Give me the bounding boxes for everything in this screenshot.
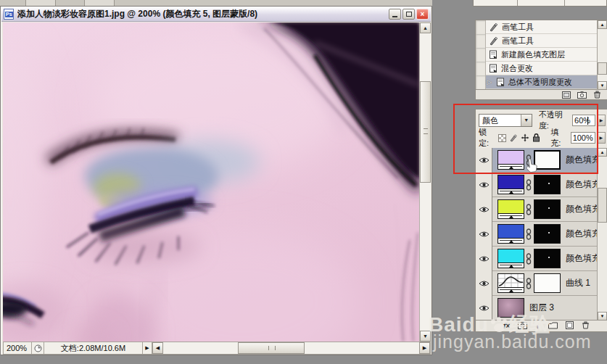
document-window: 添加人物淡彩妆容原图1.jpg @ 200% (颜色填充 5, 图层蒙版/8) … [0,6,432,355]
document-statusbar: 200% 文档:2.08M/10.6M ▶ ◀ ▶ [3,342,431,355]
photoshop-workspace: 添加人物淡彩妆容原图1.jpg @ 200% (颜色填充 5, 图层蒙版/8) … [0,0,607,364]
history-brush-well[interactable] [476,34,486,48]
layer-row[interactable]: 曲线 1 [476,271,607,296]
horizontal-scroll-thumb[interactable] [238,342,305,354]
history-brush-well[interactable] [476,75,486,89]
image-canvas[interactable] [3,22,419,342]
zoom-level-field[interactable]: 200% [3,342,32,355]
close-button[interactable]: × [416,9,429,20]
link-icon [524,278,533,289]
toolbar-edge-strip [0,0,432,6]
history-state-row[interactable]: 画笔工具 [476,34,597,48]
eye-icon [479,206,490,213]
toolbar-fragment [84,0,115,6]
new-snapshot-icon[interactable] [577,88,587,102]
visibility-toggle[interactable] [476,173,492,197]
layer-name[interactable]: 曲线 1 [566,277,590,289]
scroll-up-icon[interactable]: ▲ [420,22,431,33]
toolbar-fragment [25,0,56,6]
history-panel-footer [476,89,607,99]
visibility-toggle[interactable] [476,197,492,222]
history-scrollbar[interactable]: ▲ ▼ [597,20,607,90]
panel-tabs-edge-strip [473,0,607,7]
brush-icon [489,22,498,32]
trash-icon[interactable] [593,88,601,102]
history-brush-well[interactable] [476,20,486,34]
visibility-toggle[interactable] [476,222,492,247]
history-state-row-selected[interactable]: ▷ 总体不透明度更改 [476,75,597,89]
scroll-down-icon[interactable]: ▼ [598,81,607,90]
document-title: 添加人物淡彩妆容原图1.jpg @ 200% (颜色填充 5, 图层蒙版/8) [17,8,257,20]
brush-icon [489,36,498,46]
layer-row[interactable]: 颜色填充 3 [476,197,607,222]
history-state-icon [489,50,497,59]
eye-icon [479,280,490,287]
visibility-toggle[interactable] [476,247,492,271]
history-brush-well[interactable] [476,62,486,75]
fill-layer-swatch[interactable] [497,224,524,244]
layer-row[interactable]: 颜色填充 4 [476,173,607,197]
curves-icon [498,274,524,287]
layer-mask-thumbnail[interactable] [534,224,561,244]
eye-icon [479,181,490,189]
history-state-icon [496,78,505,87]
document-size-info: 文档:2.08M/10.6M [44,342,143,355]
layer-row[interactable]: 颜色填充 2 [476,222,607,247]
close-icon: × [421,10,425,18]
trash-icon[interactable] [582,321,590,331]
scroll-up-icon[interactable]: ▲ [598,148,607,157]
history-state-icon [489,64,497,73]
history-state-row[interactable]: 画笔工具 [476,20,597,34]
fill-slider-icon [498,262,524,268]
vertical-scrollbar[interactable]: ▲ ▼ [419,22,431,342]
watermark-domain: jingyan.baidu.com [433,331,592,352]
hand-cursor-icon [524,157,539,176]
curves-adjustment-thumbnail[interactable] [497,273,524,293]
fill-slider-icon [498,213,524,218]
history-brush-well[interactable] [476,48,486,62]
minimize-button[interactable] [389,9,401,20]
minimize-icon [392,16,397,17]
eye-icon [479,255,490,262]
history-state-row[interactable]: 混合更改 [476,62,597,75]
layers-scroll-thumb[interactable] [598,188,607,223]
document-titlebar[interactable]: 添加人物淡彩妆容原图1.jpg @ 200% (颜色填充 5, 图层蒙版/8) … [1,7,431,22]
layer-mask-thumbnail[interactable] [534,199,561,219]
fill-layer-swatch[interactable] [497,249,524,268]
maximize-icon [406,12,412,17]
link-icon [524,179,533,191]
visibility-toggle[interactable] [476,271,492,296]
layer-mask-thumbnail[interactable] [534,175,561,194]
scroll-right-icon[interactable]: ▶ [419,342,430,354]
photoshop-file-icon [4,9,14,20]
status-flyout-arrow-icon[interactable]: ▶ [143,342,152,355]
layer-mask-thumbnail[interactable] [534,273,561,293]
fill-slider-icon [498,238,524,243]
fill-slider-icon [498,189,524,194]
link-icon [524,204,533,215]
scroll-up-icon[interactable]: ▲ [598,20,607,29]
fill-layer-swatch[interactable] [497,175,524,194]
photo-face-closeup [3,22,419,342]
eye-icon [479,305,490,312]
link-icon [524,228,533,240]
history-panel: 画笔工具 画笔工具 新建颜色填充图层 混合更改 ▷ 总体不透明度 [475,20,607,100]
layers-scrollbar[interactable]: ▲ ▼ [597,148,607,320]
fill-slider-icon [498,287,524,292]
layer-row[interactable]: 颜色填充 1 [476,247,607,271]
eye-icon [479,231,490,238]
link-icon [524,253,533,265]
maximize-button[interactable] [402,9,415,20]
history-state-pointer-icon: ▷ [487,78,493,86]
layer-mask-thumbnail[interactable] [534,249,561,268]
horizontal-scrollbar[interactable]: ◀ ▶ [152,342,431,355]
new-document-from-state-icon[interactable] [562,88,571,102]
history-state-row[interactable]: 新建颜色填充图层 [476,48,597,62]
vertical-scroll-thumb[interactable] [420,81,431,183]
new-layer-icon[interactable] [566,321,574,331]
fill-layer-swatch[interactable] [497,199,524,219]
status-clock-icon [32,342,44,355]
scroll-left-icon[interactable]: ◀ [152,342,163,354]
history-scroll-thumb[interactable] [598,62,607,75]
